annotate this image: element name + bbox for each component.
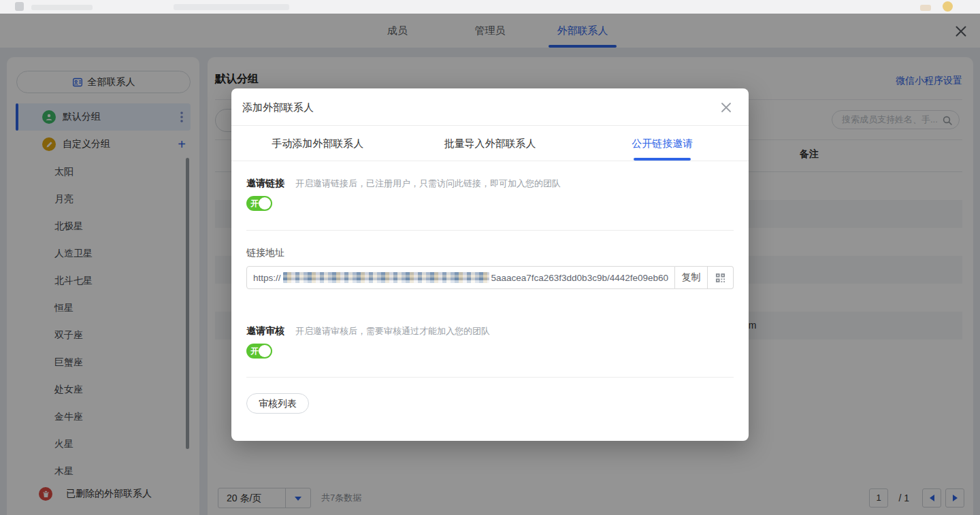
modal-tab-public-link-invite[interactable]: 公开链接邀请 — [576, 126, 749, 161]
faded-app-icon — [15, 2, 24, 11]
toggle-on-label: 开 — [250, 346, 259, 356]
divider — [246, 377, 734, 378]
faded-text-smudge — [174, 4, 289, 10]
modal-tab-batch-import[interactable]: 批量导入外部联系人 — [404, 126, 576, 161]
url-redacted-segment — [283, 272, 489, 283]
copy-link-button[interactable]: 复制 — [675, 266, 708, 289]
qr-code-icon — [715, 273, 725, 283]
faded-text-smudge — [31, 5, 93, 10]
review-list-button[interactable]: 审核列表 — [246, 393, 309, 414]
invite-review-description: 开启邀请审核后，需要审核通过才能加入您的团队 — [295, 326, 490, 336]
faded-flower-icon — [943, 1, 953, 12]
modal-body: 邀请链接 开启邀请链接后，已注册用户，只需访问此链接，即可加入您的团队 开 链接… — [231, 178, 749, 414]
link-address-input[interactable]: https:// 5aaacea7fca263f3dd0b3c9b/4442fe… — [246, 266, 675, 289]
add-external-contact-modal: 添加外部联系人 手动添加外部联系人 批量导入外部联系人 公开链接邀请 邀请链接 … — [231, 88, 749, 441]
qr-code-button[interactable] — [708, 266, 734, 289]
invite-review-toggle[interactable]: 开 — [246, 344, 272, 359]
toggle-knob — [259, 197, 271, 210]
invite-link-label: 邀请链接 — [246, 178, 284, 188]
invite-link-toggle[interactable]: 开 — [246, 196, 272, 211]
modal-header: 添加外部联系人 — [231, 88, 749, 126]
toggle-on-label: 开 — [250, 199, 259, 208]
faded-emoji-smudge — [920, 5, 931, 11]
divider — [246, 230, 734, 231]
link-address-label: 链接地址 — [246, 247, 734, 258]
modal-tabbar: 手动添加外部联系人 批量导入外部联系人 公开链接邀请 — [231, 126, 749, 161]
close-icon — [719, 101, 733, 114]
link-address-group: https:// 5aaacea7fca263f3dd0b3c9b/4442fe… — [246, 266, 734, 289]
invite-review-label: 邀请审核 — [246, 325, 284, 336]
invite-link-description: 开启邀请链接后，已注册用户，只需访问此链接，即可加入您的团队 — [295, 178, 561, 188]
toggle-knob — [259, 345, 271, 357]
modal-tab-manual-add[interactable]: 手动添加外部联系人 — [231, 126, 404, 161]
background-page-strip — [0, 0, 980, 14]
url-prefix: https:// — [253, 273, 281, 283]
url-suffix: 5aaacea7fca263f3dd0b3c9b/4442fe09eb60 — [491, 273, 669, 283]
modal-close-button[interactable] — [717, 99, 735, 116]
modal-title: 添加外部联系人 — [242, 101, 314, 114]
